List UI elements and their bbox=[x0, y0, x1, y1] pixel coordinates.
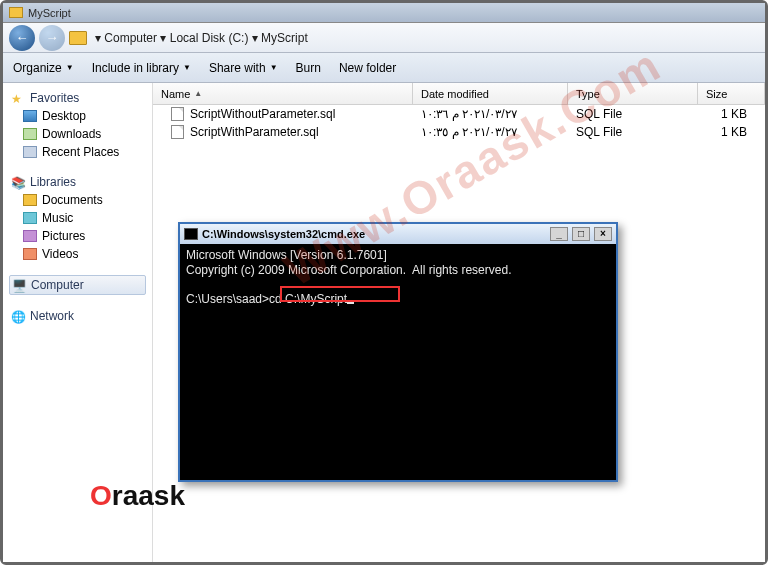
desktop-icon bbox=[23, 110, 37, 122]
folder-icon bbox=[9, 7, 23, 18]
sidebar-videos[interactable]: Videos bbox=[9, 245, 146, 263]
pictures-icon bbox=[23, 230, 37, 242]
new-folder-button[interactable]: New folder bbox=[339, 61, 396, 75]
sidebar-pictures[interactable]: Pictures bbox=[9, 227, 146, 245]
column-headers[interactable]: Name ▲ Date modified Type Size bbox=[153, 83, 765, 105]
cmd-window[interactable]: C:\Windows\system32\cmd.exe _ □ × Micros… bbox=[178, 222, 618, 482]
toolbar: Organize ▼ Include in library ▼ Share wi… bbox=[3, 53, 765, 83]
cursor-icon bbox=[347, 302, 354, 304]
burn-button[interactable]: Burn bbox=[296, 61, 321, 75]
col-name[interactable]: Name ▲ bbox=[153, 83, 413, 104]
file-icon bbox=[171, 107, 184, 121]
sidebar-favorites[interactable]: Favorites bbox=[9, 89, 146, 107]
sidebar-downloads[interactable]: Downloads bbox=[9, 125, 146, 143]
sidebar-recent[interactable]: Recent Places bbox=[9, 143, 146, 161]
download-icon bbox=[23, 128, 37, 140]
breadcrumb[interactable]: ▾ Computer ▾ Local Disk (C:) ▾ MyScript bbox=[95, 31, 308, 45]
file-row[interactable]: ScriptWithoutParameter.sql ٢٠٢١/٠٣/٢٧ م … bbox=[153, 105, 765, 123]
include-library-menu[interactable]: Include in library ▼ bbox=[92, 61, 191, 75]
window-title: MyScript bbox=[28, 7, 71, 19]
network-icon bbox=[11, 310, 25, 322]
col-type[interactable]: Type bbox=[568, 83, 698, 104]
computer-icon bbox=[12, 279, 26, 291]
breadcrumb-folder-icon bbox=[69, 31, 87, 45]
close-button[interactable]: × bbox=[594, 227, 612, 241]
documents-icon bbox=[23, 194, 37, 206]
cmd-icon bbox=[184, 228, 198, 240]
sidebar-desktop[interactable]: Desktop bbox=[9, 107, 146, 125]
file-row[interactable]: ScriptWithParameter.sql ٢٠٢١/٠٣/٢٧ م ١٠:… bbox=[153, 123, 765, 141]
cmd-title: C:\Windows\system32\cmd.exe bbox=[202, 228, 365, 240]
star-icon bbox=[11, 92, 25, 104]
file-icon bbox=[171, 125, 184, 139]
nav-bar: ← → ▾ Computer ▾ Local Disk (C:) ▾ MyScr… bbox=[3, 23, 765, 53]
back-button[interactable]: ← bbox=[9, 25, 35, 51]
sort-arrow-icon: ▲ bbox=[194, 89, 202, 98]
music-icon bbox=[23, 212, 37, 224]
sidebar-music[interactable]: Music bbox=[9, 209, 146, 227]
col-size[interactable]: Size bbox=[698, 83, 765, 104]
sidebar-network[interactable]: Network bbox=[9, 307, 146, 325]
window-titlebar[interactable]: MyScript bbox=[3, 3, 765, 23]
maximize-button[interactable]: □ bbox=[572, 227, 590, 241]
minimize-button[interactable]: _ bbox=[550, 227, 568, 241]
recent-icon bbox=[23, 146, 37, 158]
sidebar-computer[interactable]: Computer bbox=[9, 275, 146, 295]
library-icon bbox=[11, 176, 25, 188]
share-with-menu[interactable]: Share with ▼ bbox=[209, 61, 278, 75]
videos-icon bbox=[23, 248, 37, 260]
organize-menu[interactable]: Organize ▼ bbox=[13, 61, 74, 75]
forward-button[interactable]: → bbox=[39, 25, 65, 51]
brand-logo: Oraask bbox=[90, 480, 185, 512]
sidebar-documents[interactable]: Documents bbox=[9, 191, 146, 209]
highlight-box bbox=[280, 286, 400, 302]
col-date[interactable]: Date modified bbox=[413, 83, 568, 104]
cmd-titlebar[interactable]: C:\Windows\system32\cmd.exe _ □ × bbox=[180, 224, 616, 244]
sidebar-libraries[interactable]: Libraries bbox=[9, 173, 146, 191]
